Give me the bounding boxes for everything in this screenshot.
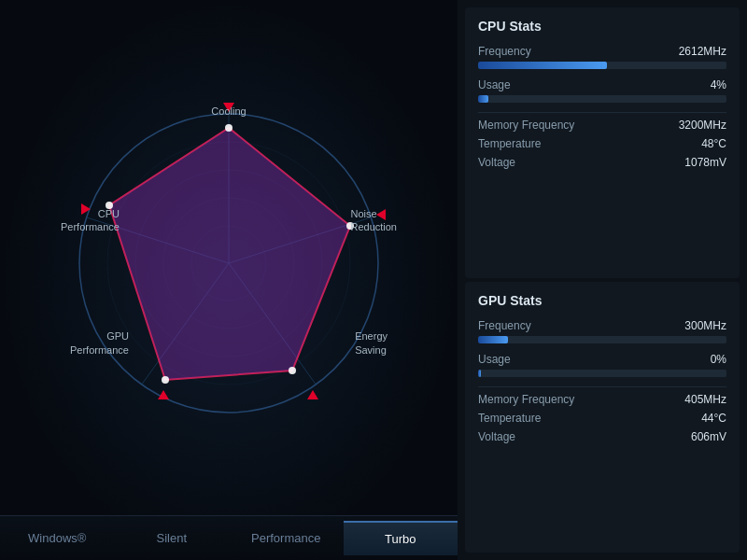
- radar-chart: Cooling NoiseReduction EnergySaving GPUP…: [61, 95, 397, 431]
- cpu-usage-label: Usage: [478, 78, 511, 91]
- cpu-frequency-label: Frequency: [478, 45, 531, 58]
- label-noise-reduction: NoiseReduction: [350, 207, 397, 234]
- gpu-usage-value: 0%: [711, 353, 726, 366]
- cpu-mem-freq-label: Memory Frequency: [478, 119, 574, 132]
- cpu-mem-freq-value: 3200MHz: [679, 119, 726, 132]
- cpu-mem-freq-row: Memory Frequency 3200MHz: [478, 119, 726, 132]
- gpu-temp-value: 44°C: [701, 412, 726, 425]
- cpu-stats-section: CPU Stats Frequency 2612MHz Usage 4% Mem…: [465, 7, 740, 278]
- tab-performance[interactable]: Performance: [229, 522, 344, 554]
- gpu-temp-row: Temperature 44°C: [478, 412, 726, 425]
- cpu-usage-item: Usage 4%: [478, 78, 726, 103]
- cpu-temp-row: Temperature 48°C: [478, 137, 726, 150]
- cpu-stats-title: CPU Stats: [478, 19, 726, 34]
- cpu-frequency-bar: [478, 62, 607, 69]
- gpu-temp-label: Temperature: [478, 412, 541, 425]
- mode-tabs: Windows® Silent Performance Turbo: [0, 515, 458, 560]
- cpu-voltage-label: Voltage: [478, 156, 515, 169]
- left-panel: Cooling NoiseReduction EnergySaving GPUP…: [0, 0, 458, 560]
- gpu-divider-1: [478, 386, 726, 387]
- svg-marker-12: [109, 128, 350, 380]
- cpu-usage-bar-bg: [478, 95, 726, 103]
- gpu-voltage-row: Voltage 606mV: [478, 430, 726, 443]
- svg-point-13: [225, 124, 233, 132]
- gpu-mem-freq-value: 405MHz: [684, 393, 726, 406]
- cpu-temp-label: Temperature: [478, 137, 541, 150]
- label-energy-saving: EnergySaving: [355, 329, 388, 357]
- gpu-stats-section: GPU Stats Frequency 300MHz Usage 0% Memo…: [465, 282, 740, 553]
- gpu-stats-title: GPU Stats: [478, 293, 726, 308]
- cpu-frequency-value: 2612MHz: [679, 45, 726, 58]
- gpu-mem-freq-label: Memory Frequency: [478, 393, 574, 406]
- svg-point-15: [289, 367, 296, 374]
- gpu-mem-freq-row: Memory Frequency 405MHz: [478, 393, 726, 406]
- cpu-temp-value: 48°C: [701, 137, 726, 150]
- cpu-voltage-value: 1078mV: [684, 156, 726, 169]
- label-cpu-performance: CPUPerformance: [61, 207, 120, 234]
- cpu-voltage-row: Voltage 1078mV: [478, 156, 726, 169]
- svg-marker-21: [307, 390, 318, 399]
- cpu-usage-bar: [478, 95, 488, 103]
- tab-windows[interactable]: Windows®: [0, 522, 115, 554]
- right-panel: CPU Stats Frequency 2612MHz Usage 4% Mem…: [458, 0, 747, 560]
- gpu-voltage-value: 606mV: [691, 430, 726, 443]
- gpu-frequency-label: Frequency: [478, 319, 531, 332]
- gpu-usage-label: Usage: [478, 353, 511, 366]
- gpu-frequency-value: 300MHz: [684, 319, 726, 332]
- gpu-voltage-label: Voltage: [478, 430, 515, 443]
- gpu-frequency-item: Frequency 300MHz: [478, 319, 726, 343]
- svg-point-16: [162, 376, 169, 384]
- tab-turbo[interactable]: Turbo: [344, 521, 458, 555]
- gpu-frequency-bar-bg: [478, 336, 726, 343]
- cpu-divider-1: [478, 112, 726, 113]
- gpu-usage-bar-bg: [478, 370, 726, 377]
- cpu-usage-value: 4%: [711, 78, 726, 91]
- cpu-frequency-item: Frequency 2612MHz: [478, 45, 726, 69]
- label-cooling: Cooling: [211, 105, 246, 118]
- cpu-frequency-bar-bg: [478, 62, 726, 69]
- gpu-usage-item: Usage 0%: [478, 353, 726, 377]
- gpu-frequency-bar: [478, 336, 508, 343]
- label-gpu-performance: GPUPerformance: [70, 329, 129, 357]
- gpu-usage-bar: [478, 370, 481, 377]
- tab-silent[interactable]: Silent: [115, 522, 230, 554]
